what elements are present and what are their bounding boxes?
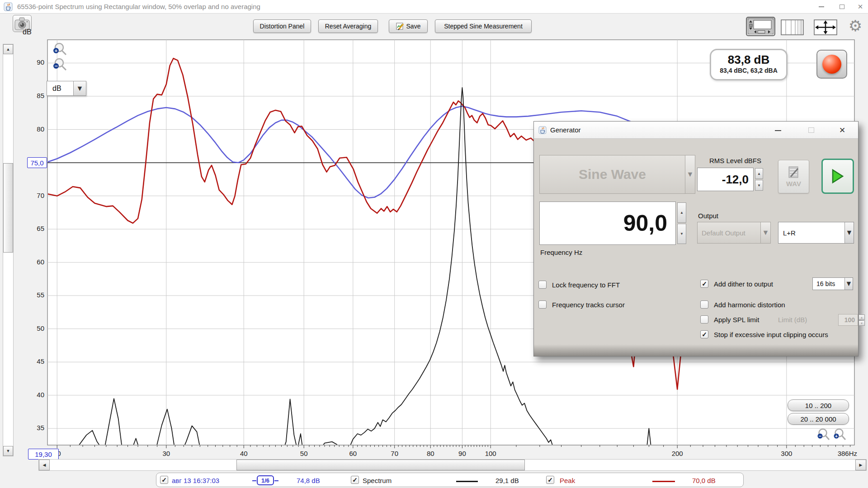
zoom-out-x-button[interactable]: − [816, 427, 831, 442]
y-tick-label: 90 [24, 58, 44, 66]
output-device-value: Default Output [702, 229, 745, 237]
spl-main-value: 83,8 dB [711, 53, 786, 67]
limit-db-spinner[interactable]: ▲ ▼ [859, 314, 865, 326]
output-channel-selector[interactable]: L+R ▼ [778, 222, 854, 244]
spl-weighted-values: 83,4 dBC, 63,2 dBA [711, 67, 786, 74]
svg-text:+: + [835, 434, 838, 439]
chevron-down-icon: ▼ [760, 222, 770, 243]
zoom-in-icon: + [833, 427, 847, 442]
spin-up-icon[interactable]: ▲ [859, 314, 865, 320]
frequency-tracks-label: Frequency tracks cursor [552, 301, 625, 309]
lock-frequency-checkbox[interactable] [538, 281, 547, 289]
dialog-bottom-shade [534, 344, 858, 356]
spectrum-line-swatch [456, 481, 478, 482]
x-tick-label: 60 [340, 450, 366, 457]
x-tick-label: 40 [231, 450, 256, 457]
zoom-out-icon: − [52, 57, 69, 72]
scroll-right-button[interactable]: ▶ [855, 460, 866, 470]
range-10-200-button[interactable]: 10 .. 200 [788, 399, 849, 411]
chevron-down-icon: ▼ [844, 222, 854, 243]
spectrum-level-value: 29,1 dB [495, 477, 519, 484]
scroll-down-button[interactable]: ▼ [3, 446, 13, 456]
x-tick-label: 30 [154, 450, 179, 457]
scroll-left-button[interactable]: ◀ [39, 460, 50, 470]
y-tick-label: 85 [24, 92, 44, 99]
chevron-down-icon: ▼ [73, 81, 86, 95]
wav-file-button[interactable]: WAV [778, 160, 809, 193]
scroll-up-button[interactable]: ▲ [3, 44, 13, 54]
peak-visibility-checkbox[interactable]: ✓ [546, 476, 554, 484]
range-20-20000-button[interactable]: 20 .. 20 000 [788, 413, 849, 425]
svg-text:−: − [819, 433, 821, 439]
spin-up-icon[interactable]: ▲ [755, 168, 763, 179]
spin-up-icon[interactable]: ▲ [677, 202, 686, 223]
spectrum-label: Spectrum [363, 477, 392, 484]
zoom-in-icon: + [52, 42, 69, 57]
spin-down-icon[interactable]: ▼ [755, 180, 763, 191]
spin-down-icon[interactable]: ▼ [677, 224, 686, 244]
spectrum-visibility-checkbox[interactable]: ✓ [351, 476, 359, 484]
vertical-scroll-thumb[interactable] [3, 163, 13, 253]
record-spl-button[interactable] [816, 50, 847, 79]
vertical-scrollbar[interactable]: ▲ ▼ [3, 44, 14, 456]
wav-file-icon [788, 166, 800, 178]
horizontal-scrollbar[interactable]: ◀ ▶ [38, 459, 867, 471]
spin-down-icon[interactable]: ▼ [859, 320, 865, 326]
cursor-frequency-readout: 19,30 [28, 449, 59, 460]
x-tick-label: 386Hz [828, 450, 857, 457]
zoom-in-x-button[interactable]: + [833, 427, 847, 442]
y-tick-label: 80 [24, 125, 44, 133]
horizontal-scroll-thumb[interactable] [236, 460, 525, 470]
y-tick-label: 35 [24, 424, 44, 432]
frequency-spinner[interactable]: ▲ ▼ [677, 202, 686, 244]
stop-clipping-checkbox[interactable]: ✓ [700, 330, 708, 338]
dither-bits-value: 16 bits [816, 280, 835, 287]
wav-label: WAV [786, 180, 801, 188]
generator-dialog: Generator ✕ Sine Wave ▼ RMS Level dBFS -… [533, 121, 859, 357]
zoom-in-y-button[interactable]: + [52, 42, 69, 57]
zoom-out-y-button[interactable]: − [52, 57, 69, 72]
y-tick-label: 50 [24, 324, 44, 332]
dither-bits-selector[interactable]: 16 bits ▼ [812, 277, 853, 290]
chevron-down-icon: ▼ [844, 278, 853, 290]
y-tick-label: 45 [24, 357, 44, 365]
legend-bar: ✓ авг 13 16:37:03 1/6 74,8 dB ✓ Spectrum… [156, 473, 744, 487]
java-cup-icon [538, 126, 547, 134]
add-dither-checkbox[interactable]: ✓ [700, 280, 708, 288]
frequency-label: Frequency Hz [540, 249, 582, 256]
apply-spl-limit-checkbox[interactable] [700, 315, 708, 324]
play-button[interactable] [821, 159, 854, 194]
frequency-input[interactable]: 90,0 [539, 202, 676, 245]
svg-text:+: + [55, 48, 57, 53]
x-tick-label: 80 [418, 450, 443, 457]
output-channel-value: L+R [783, 229, 796, 237]
y-tick-label: 40 [24, 391, 44, 399]
dialog-minimize-button[interactable] [771, 126, 785, 135]
lock-frequency-label: Lock frequency to FFT [552, 281, 620, 289]
output-device-selector[interactable]: Default Output ▼ [697, 222, 771, 244]
x-tick-label: 90 [449, 450, 475, 457]
measurement-visibility-checkbox[interactable]: ✓ [160, 476, 168, 484]
dialog-maximize-button[interactable] [804, 126, 818, 135]
y-unit-selector[interactable]: dB ▼ [47, 81, 86, 96]
rms-level-spinner[interactable]: ▲ ▼ [755, 168, 763, 191]
frequency-tracks-checkbox[interactable] [538, 300, 547, 309]
waveform-selector[interactable]: Sine Wave ▼ [539, 155, 695, 194]
axis-ticks [57, 445, 850, 448]
rms-level-input[interactable]: -12,0 [697, 168, 754, 191]
smoothing-badge[interactable]: 1/6 [257, 475, 274, 485]
stop-clipping-label: Stop if excessive input clipping occurs [714, 331, 828, 338]
zoom-out-icon: − [816, 427, 831, 442]
y-tick-label: 55 [24, 291, 44, 299]
dialog-close-button[interactable]: ✕ [835, 125, 849, 136]
spl-meter: 83,8 dB 83,4 dBC, 63,2 dBA [710, 49, 788, 80]
harmonic-distortion-checkbox[interactable] [700, 300, 708, 309]
limit-db-label: Limit (dB) [778, 316, 807, 324]
chevron-down-icon: ▼ [685, 155, 695, 193]
limit-db-input[interactable]: 100 [838, 314, 858, 326]
x-tick-label: 300 [774, 450, 799, 457]
peak-line-swatch [652, 481, 675, 482]
waveform-value: Sine Wave [540, 167, 685, 182]
rew-spectrum-window: 65536-point Spectrum using Rectangular w… [0, 0, 868, 488]
smoothing-stub-left [252, 480, 256, 481]
